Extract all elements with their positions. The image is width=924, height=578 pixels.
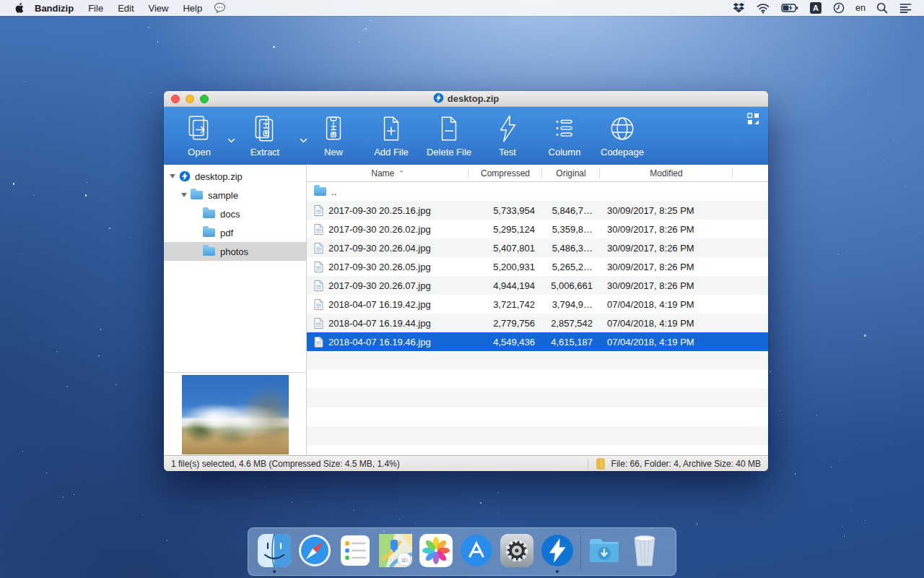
star	[109, 228, 110, 229]
empty-row	[307, 407, 768, 426]
file-row[interactable]: 2017-09-30 20.25.16.jpg5,733,9545,846,7……	[307, 201, 768, 220]
disclosure-triangle-icon[interactable]	[170, 174, 175, 178]
tree-item-sample[interactable]: sample	[164, 186, 306, 204]
original-size-cell: 5,486,3…	[542, 243, 600, 254]
file-name: 2017-09-30 20.26.02.jpg	[328, 224, 431, 235]
language-indicator[interactable]: en	[853, 0, 868, 16]
column-header-compressed[interactable]: Compressed	[468, 165, 542, 182]
file-row[interactable]: 2018-04-07 16.19.44.jpg2,779,7562,857,54…	[307, 314, 768, 332]
jpg-file-icon	[314, 243, 323, 254]
tree-item-label: desktop.zip	[195, 171, 243, 182]
dock-item-app-store[interactable]	[456, 530, 497, 574]
dock-item-safari[interactable]	[295, 530, 335, 574]
toolbar-button-codepage[interactable]: Codepage	[592, 111, 653, 158]
close-button[interactable]	[171, 95, 180, 103]
star	[771, 476, 772, 477]
safari-icon	[298, 534, 331, 570]
apple-menu-icon[interactable]	[10, 0, 27, 16]
dock-item-reminders[interactable]	[335, 530, 375, 574]
input-source-icon[interactable]: A	[806, 0, 825, 16]
star	[884, 160, 884, 160]
disclosure-triangle-icon[interactable]	[181, 193, 187, 197]
zoom-button[interactable]	[200, 95, 209, 103]
dropbox-icon[interactable]	[729, 0, 749, 16]
modified-date-cell: 30/09/2017, 8:26 PM	[600, 262, 733, 272]
extract-icon	[250, 111, 280, 146]
svg-text:3D: 3D	[401, 556, 408, 563]
dock-item-photos[interactable]	[416, 530, 456, 574]
star	[396, 504, 396, 505]
minimize-button[interactable]	[186, 95, 194, 103]
dock-item-maps[interactable]: 3D	[375, 530, 416, 574]
star	[795, 473, 796, 474]
file-name-cell: 2018-04-07 16.19.46.jpg	[307, 337, 468, 348]
title-bar[interactable]: desktop.zip	[164, 91, 768, 107]
toolbar-button-label: Codepage	[601, 147, 644, 158]
dock-item-downloads[interactable]	[584, 530, 624, 574]
delete-file-icon	[434, 111, 464, 146]
star	[354, 510, 354, 511]
file-row[interactable]: 2017-09-30 20.26.07.jpg4,944,1945,006,66…	[307, 276, 768, 295]
menu-app-name[interactable]: Bandizip	[27, 0, 81, 16]
star	[66, 386, 68, 387]
toolbar-button-new[interactable]: New	[303, 111, 364, 158]
original-size-cell: 3,794,9…	[542, 299, 600, 310]
search-icon[interactable]	[873, 0, 892, 16]
toolbar-button-delete-file[interactable]: Delete File	[419, 111, 479, 158]
toolbar-button-open[interactable]: Open	[169, 111, 230, 158]
jpg-file-icon	[314, 337, 323, 348]
bandizip-icon	[541, 534, 574, 570]
file-row[interactable]: 2018-04-07 16.19.42.jpg3,721,7423,794,9……	[307, 295, 768, 314]
menu-item-file[interactable]: File	[81, 0, 110, 16]
menu-item-edit[interactable]: Edit	[110, 0, 141, 16]
menu-item-help[interactable]: Help	[175, 0, 209, 16]
column-header-modified[interactable]: Modified	[600, 165, 733, 182]
file-row[interactable]: 2017-09-30 20.26.05.jpg5,200,9315,265,2……	[307, 257, 768, 276]
notification-center-icon[interactable]	[896, 0, 915, 16]
star	[865, 520, 866, 521]
table-body: ..2017-09-30 20.25.16.jpg5,733,9545,846,…	[307, 182, 768, 455]
dock-item-finder[interactable]	[254, 530, 295, 574]
chat-bubble-icon[interactable]	[209, 0, 230, 16]
tree-item-docs[interactable]: docs	[164, 204, 306, 223]
menu-item-view[interactable]: View	[141, 0, 176, 16]
tree-item-label: docs	[220, 209, 240, 220]
star	[497, 492, 499, 493]
file-row[interactable]: 2017-09-30 20.26.04.jpg5,407,8015,486,3……	[307, 238, 768, 257]
view-mode-grid-icon[interactable]	[747, 113, 759, 128]
toolbar-button-label: Add File	[374, 147, 409, 158]
system-preferences-icon	[500, 534, 533, 570]
dock-item-system-preferences[interactable]	[497, 530, 537, 574]
tree-item-photos[interactable]: photos	[164, 242, 306, 261]
photos-icon	[419, 534, 453, 570]
folder-icon	[203, 210, 215, 218]
original-size-cell: 5,359,8…	[542, 224, 600, 235]
tree-item-desktop-zip[interactable]: desktop.zip	[164, 167, 306, 186]
toolbar-button-test[interactable]: Test	[477, 111, 538, 158]
file-row[interactable]: 2017-09-30 20.26.02.jpg5,295,1245,359,8……	[307, 220, 768, 238]
toolbar-button-extract[interactable]: Extract	[235, 111, 295, 158]
status-divider	[588, 459, 588, 469]
modified-date-cell: 07/04/2018, 4:19 PM	[600, 299, 733, 310]
battery-charging-icon[interactable]	[777, 0, 802, 16]
image-preview-thumbnail[interactable]	[182, 375, 289, 454]
star	[41, 449, 42, 450]
star	[864, 335, 866, 336]
wifi-icon[interactable]	[753, 0, 773, 16]
toolbar-button-column[interactable]: Column	[534, 111, 595, 158]
column-header-original[interactable]: Original	[542, 165, 600, 182]
dock-item-bandizip[interactable]	[537, 530, 578, 574]
star	[816, 415, 817, 415]
column-header-name[interactable]: Name⌃	[307, 165, 468, 182]
file-row[interactable]: 2018-04-07 16.19.46.jpg4,549,4364,615,18…	[307, 332, 768, 351]
modified-date-cell: 30/09/2017, 8:25 PM	[600, 205, 733, 216]
star	[56, 351, 57, 352]
dock-separator	[580, 533, 581, 571]
clock-icon[interactable]	[829, 0, 848, 16]
tree-item-pdf[interactable]: pdf	[164, 223, 306, 242]
input-source-badge: A	[810, 2, 821, 14]
dock-item-trash[interactable]	[624, 530, 665, 574]
parent-directory-row[interactable]: ..	[307, 182, 768, 201]
toolbar-button-add-file[interactable]: Add File	[361, 111, 422, 158]
bandizip-archive-icon	[179, 171, 191, 182]
